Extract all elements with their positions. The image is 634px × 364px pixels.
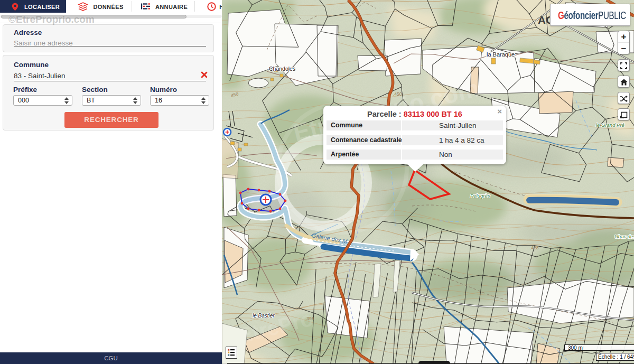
svg-text:Chandoles: Chandoles bbox=[269, 66, 295, 72]
svg-text:.428: .428 bbox=[530, 245, 539, 250]
svg-text:.450: .450 bbox=[393, 91, 402, 97]
svg-text:.395: .395 bbox=[305, 316, 314, 321]
svg-text:Pelugrès: Pelugrès bbox=[470, 193, 490, 199]
svg-text:le Grand Pré: le Grand Pré bbox=[596, 122, 624, 128]
svg-text:Ubac des V: Ubac des V bbox=[614, 234, 634, 239]
svg-text:le Bastier: le Bastier bbox=[253, 313, 275, 319]
